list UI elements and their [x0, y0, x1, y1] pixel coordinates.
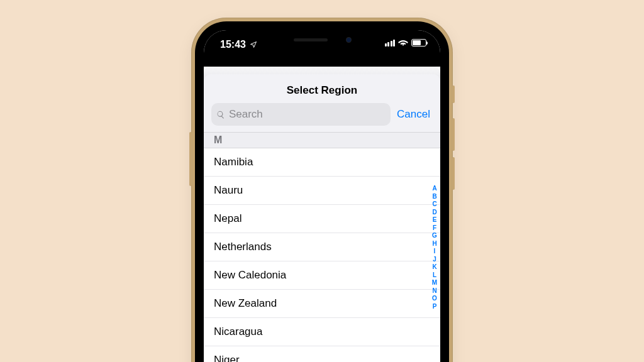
notch: [264, 30, 380, 49]
index-bar[interactable]: A B C D E F G H I J K L M N O: [430, 148, 439, 362]
index-letter[interactable]: F: [433, 224, 436, 233]
index-letter[interactable]: P: [433, 303, 437, 311]
volume-down-button: [452, 157, 455, 190]
index-letter[interactable]: M: [432, 279, 437, 287]
earpiece-speaker: [294, 38, 328, 41]
list-item[interactable]: Nepal: [204, 205, 440, 233]
section-header: M: [204, 132, 440, 148]
list-item[interactable]: Nicaragua: [204, 318, 440, 346]
index-letter[interactable]: N: [432, 287, 436, 295]
front-camera: [347, 38, 351, 42]
phone-bezel: 15:43: [195, 21, 449, 362]
index-letter[interactable]: D: [432, 209, 436, 217]
index-letter[interactable]: J: [433, 256, 436, 264]
mute-switch: [452, 85, 455, 103]
index-letter[interactable]: H: [432, 240, 436, 248]
index-letter[interactable]: I: [434, 248, 436, 256]
index-letter[interactable]: O: [432, 295, 437, 303]
cellular-icon: [385, 40, 396, 47]
list-item[interactable]: New Zealand: [204, 290, 440, 318]
list-item[interactable]: Nauru: [204, 177, 440, 205]
index-letter[interactable]: E: [433, 216, 437, 224]
status-time: 15:43: [220, 39, 246, 50]
search-row: Cancel: [204, 103, 440, 132]
list-item[interactable]: Netherlands: [204, 233, 440, 261]
search-field[interactable]: [211, 103, 391, 126]
battery-icon: [411, 39, 426, 47]
index-letter[interactable]: B: [432, 193, 436, 201]
region-sheet: Select Region Cancel M Namibia Nauru Nep…: [204, 74, 440, 362]
index-letter[interactable]: K: [432, 263, 436, 272]
list-item[interactable]: New Caledonia: [204, 261, 440, 290]
search-icon: [216, 110, 225, 119]
screen: 15:43: [204, 30, 440, 362]
index-letter[interactable]: A: [432, 185, 436, 193]
list-item[interactable]: Niger: [204, 346, 440, 362]
wifi-icon: [398, 39, 408, 47]
region-list[interactable]: Namibia Nauru Nepal Netherlands New Cale…: [204, 148, 440, 362]
location-icon: [250, 41, 257, 48]
index-letter[interactable]: G: [432, 232, 437, 240]
power-button: [189, 132, 192, 186]
phone-frame: 15:43: [191, 18, 453, 362]
index-letter[interactable]: L: [433, 272, 436, 280]
sheet-title: Select Region: [204, 74, 440, 103]
search-input[interactable]: [229, 108, 386, 121]
list-item[interactable]: Namibia: [204, 148, 440, 177]
index-letter[interactable]: C: [432, 200, 436, 209]
volume-up-button: [452, 118, 455, 151]
cancel-button[interactable]: Cancel: [397, 108, 433, 121]
